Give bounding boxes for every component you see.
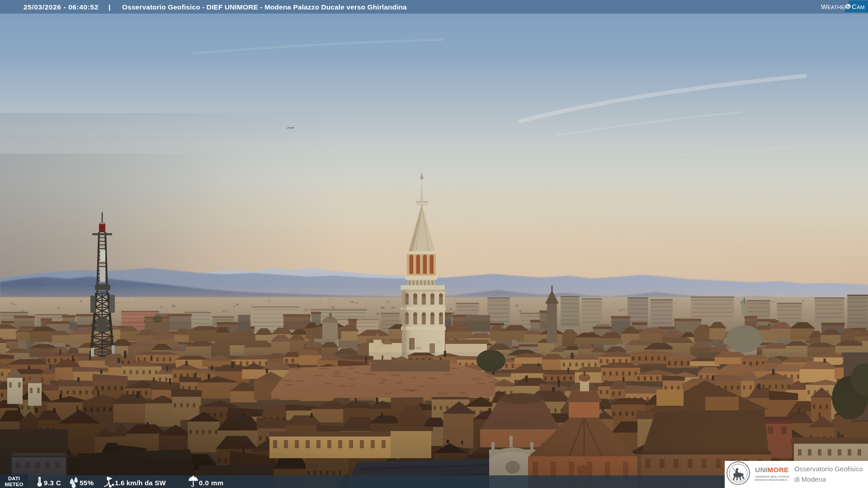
svg-text:0.0 mm: 0.0 mm bbox=[199, 479, 224, 487]
svg-text:55%: 55% bbox=[80, 479, 94, 487]
svg-text:25/03/2026 - 06:40:52: 25/03/2026 - 06:40:52 bbox=[24, 3, 99, 11]
svg-text:UNIVERSITÀ DEGLI STUDI DI: UNIVERSITÀ DEGLI STUDI DI bbox=[755, 475, 789, 478]
svg-text:METEO: METEO bbox=[5, 482, 24, 487]
svg-text:Osservatorio Geofisico: Osservatorio Geofisico bbox=[794, 465, 863, 473]
svg-text:di Modena: di Modena bbox=[794, 475, 826, 483]
svg-text:DATI: DATI bbox=[8, 476, 20, 481]
svg-text:1.6 km/h da SW: 1.6 km/h da SW bbox=[115, 479, 166, 487]
svg-text:UNIMORE: UNIMORE bbox=[755, 466, 789, 474]
svg-text:Osservatorio Geofisico - DIEF: Osservatorio Geofisico - DIEF UNIMORE - … bbox=[122, 3, 407, 11]
svg-text:|: | bbox=[108, 3, 110, 11]
svg-text:MODENA E REGGIO EMILIA: MODENA E REGGIO EMILIA bbox=[755, 479, 788, 481]
svg-text:9.3 C: 9.3 C bbox=[44, 479, 61, 487]
